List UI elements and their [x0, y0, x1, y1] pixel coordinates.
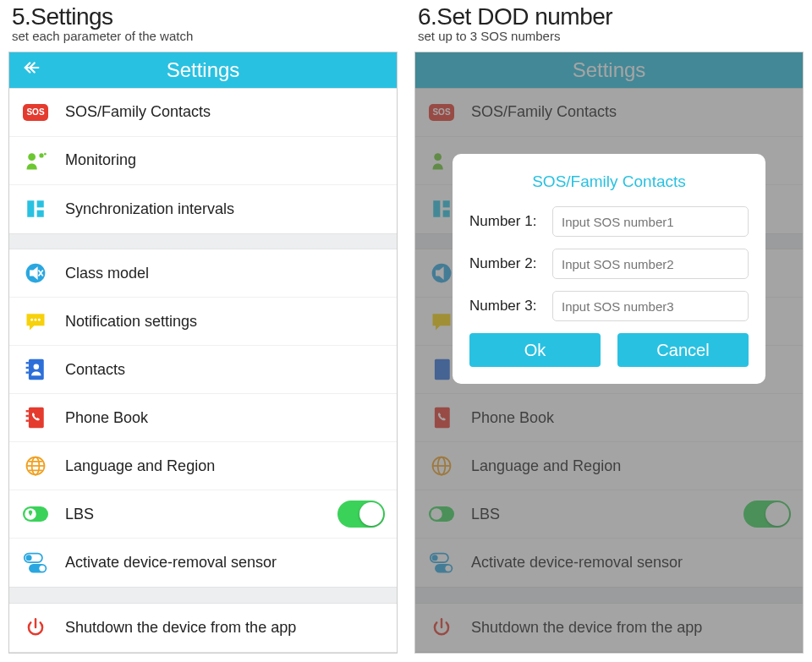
sync-icon: [21, 198, 50, 220]
row-label: Monitoring: [65, 151, 385, 169]
svg-rect-15: [26, 362, 29, 364]
ok-button[interactable]: Ok: [469, 333, 601, 367]
lbs-icon: [21, 505, 50, 523]
row-contacts[interactable]: Contacts: [9, 346, 397, 394]
row-phone-book[interactable]: Phone Book: [9, 394, 397, 442]
row-language-region[interactable]: Language and Region: [9, 442, 397, 490]
svg-rect-7: [37, 211, 44, 217]
row-lbs[interactable]: LBS: [9, 490, 397, 539]
row-label: Notification settings: [65, 313, 385, 331]
number2-label: Number 2:: [469, 255, 552, 272]
svg-rect-17: [26, 372, 29, 374]
svg-point-4: [44, 153, 47, 156]
row-class-model[interactable]: Class model: [9, 249, 397, 298]
sos-icon: SOS: [23, 104, 48, 121]
section-5-sub: set each parameter of the watch: [12, 29, 394, 43]
back-icon[interactable]: [23, 58, 41, 82]
svg-rect-6: [37, 200, 44, 207]
row-monitoring[interactable]: Monitoring: [9, 137, 397, 185]
svg-rect-21: [26, 415, 29, 417]
svg-point-2: [28, 153, 36, 161]
page-title: Settings: [167, 58, 240, 82]
svg-point-12: [35, 319, 37, 321]
row-label: Synchronization intervals: [65, 200, 385, 218]
contacts-icon: [21, 358, 50, 381]
lbs-toggle[interactable]: [337, 501, 385, 528]
sos-modal: SOS/Family Contacts Number 1: Number 2: …: [453, 154, 765, 384]
phone-book-icon: [21, 406, 50, 429]
row-shutdown[interactable]: Shutdown the device from the app: [9, 604, 397, 652]
sensor-icon: [21, 551, 50, 575]
modal-overlay: SOS/Family Contacts Number 1: Number 2: …: [415, 52, 803, 653]
row-label: Phone Book: [65, 409, 385, 427]
row-label: SOS/Family Contacts: [65, 103, 385, 121]
row-sync-intervals[interactable]: Synchronization intervals: [9, 185, 397, 233]
row-label: Class model: [65, 265, 385, 282]
svg-rect-16: [26, 367, 29, 369]
number1-label: Number 1:: [469, 213, 552, 230]
row-label: Contacts: [65, 361, 385, 379]
row-label: LBS: [65, 506, 337, 523]
svg-point-18: [34, 364, 40, 370]
row-device-removal-sensor[interactable]: Activate device-removal sensor: [9, 539, 397, 587]
globe-icon: [21, 454, 50, 478]
number3-input[interactable]: [552, 291, 749, 321]
number1-input[interactable]: [552, 206, 749, 237]
svg-point-13: [38, 319, 41, 321]
section-6-sub: set up to 3 SOS numbers: [418, 29, 800, 43]
number3-label: Number 3:: [469, 298, 552, 315]
svg-rect-19: [29, 408, 44, 428]
row-label: Shutdown the device from the app: [65, 619, 385, 637]
svg-rect-22: [26, 420, 29, 422]
header-bar: Settings: [9, 52, 397, 88]
section-5-title: 5.Settings: [12, 3, 394, 30]
svg-rect-5: [27, 200, 34, 217]
class-model-icon: [21, 261, 50, 285]
modal-title: SOS/Family Contacts: [469, 172, 749, 191]
section-6-title: 6.Set DOD number: [418, 3, 800, 30]
number2-input[interactable]: [552, 249, 749, 279]
row-sos-contacts[interactable]: SOS SOS/Family Contacts: [9, 89, 397, 137]
svg-point-31: [39, 565, 45, 571]
power-icon: [21, 616, 50, 638]
notification-icon: [21, 309, 50, 333]
cancel-button[interactable]: Cancel: [617, 333, 749, 367]
row-label: Activate device-removal sensor: [65, 554, 385, 572]
row-notification-settings[interactable]: Notification settings: [9, 298, 397, 346]
svg-point-29: [26, 555, 32, 561]
svg-point-11: [30, 319, 33, 321]
monitoring-icon: [21, 149, 50, 172]
row-label: Language and Region: [65, 457, 385, 475]
svg-rect-20: [26, 410, 29, 412]
svg-point-3: [39, 153, 43, 157]
